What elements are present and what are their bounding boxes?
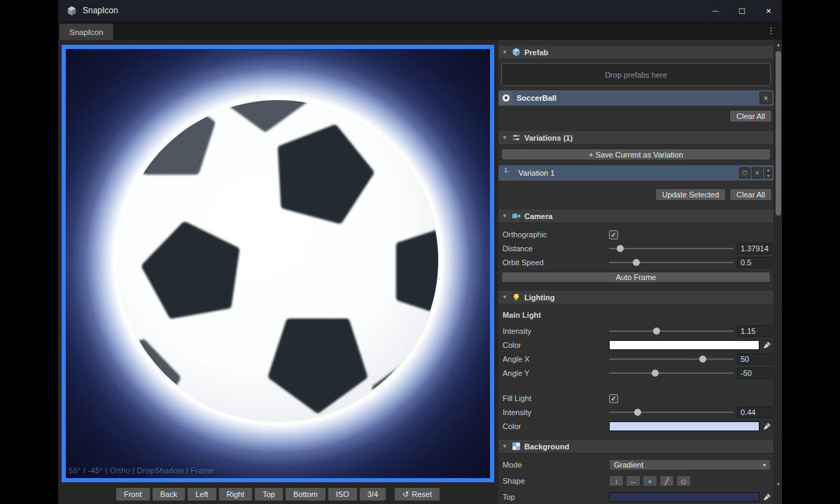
prefab-item-name: SoccerBall bbox=[517, 94, 755, 102]
lighting-section-header[interactable]: ▼ Lighting bbox=[498, 290, 774, 304]
orbit-speed-slider[interactable] bbox=[609, 257, 734, 268]
soccer-ball-render bbox=[66, 49, 490, 478]
minimize-button[interactable]: ─ bbox=[702, 0, 729, 21]
fill-color-swatch[interactable] bbox=[609, 421, 760, 431]
angle-x-label: Angle X bbox=[503, 355, 609, 363]
shape-radial-button[interactable]: ● bbox=[643, 475, 657, 486]
main-intensity-label: Intensity bbox=[503, 327, 609, 335]
titlebar: SnapIcon ─ □ × bbox=[58, 0, 782, 21]
view-top-button[interactable]: Top bbox=[254, 487, 284, 501]
mode-dropdown[interactable]: Gradient ▾ bbox=[609, 459, 771, 470]
angle-y-slider[interactable] bbox=[609, 368, 734, 379]
prefab-section-header[interactable]: ▼ Prefab bbox=[498, 45, 774, 59]
background-section-header[interactable]: ▼ Background bbox=[498, 439, 774, 454]
slider-thumb[interactable] bbox=[634, 409, 641, 416]
shape-horizontal-button[interactable]: ↔ bbox=[626, 475, 640, 486]
close-button[interactable]: × bbox=[755, 0, 782, 21]
window-title: SnapIcon bbox=[83, 6, 118, 15]
view-iso-button[interactable]: ISO bbox=[328, 487, 358, 501]
main-intensity-slider[interactable] bbox=[609, 326, 734, 337]
foldout-icon: ▼ bbox=[502, 443, 508, 449]
auto-frame-button[interactable]: Auto Frame bbox=[501, 272, 771, 283]
view-three-quarter-button[interactable]: 3/4 bbox=[359, 487, 386, 501]
foldout-icon: ▼ bbox=[502, 49, 508, 55]
tab-bar: SnapIcon ⋮ bbox=[58, 21, 782, 40]
slider-thumb[interactable] bbox=[633, 259, 640, 266]
variations-section-header[interactable]: ▼ Variations (1) bbox=[498, 130, 774, 145]
update-selected-button[interactable]: Update Selected bbox=[655, 188, 726, 201]
preview-viewport[interactable]: 55° / -45° | Ortho | DropShadow | Frame bbox=[66, 49, 490, 478]
variation-remove-button[interactable]: × bbox=[752, 167, 763, 178]
variation-reorder-spinners: ▴ ▾ bbox=[764, 167, 772, 178]
inspector-panel: ▼ Prefab Drop prefabs here SoccerBall × … bbox=[498, 40, 774, 504]
angle-y-label: Angle Y bbox=[503, 369, 609, 377]
variation-preview-button[interactable]: □ bbox=[739, 167, 750, 178]
preview-frame: 55° / -45° | Ortho | DropShadow | Frame bbox=[62, 45, 494, 482]
main-intensity-value-field[interactable]: 1.15 bbox=[737, 326, 772, 337]
reorder-up-icon[interactable]: ▴ bbox=[764, 167, 772, 173]
save-variation-button[interactable]: + Save Current as Variation bbox=[501, 148, 771, 160]
eyedropper-icon[interactable] bbox=[762, 340, 772, 351]
prefab-header-label: Prefab bbox=[524, 48, 548, 57]
prefab-cube-icon bbox=[512, 48, 521, 57]
orbit-speed-label: Orbit Speed bbox=[503, 258, 609, 267]
lighting-header-label: Lighting bbox=[524, 293, 554, 302]
inspector-scrollbar[interactable]: ▲ ▼ bbox=[774, 40, 782, 504]
tab-snapicon[interactable]: SnapIcon bbox=[59, 24, 113, 40]
foldout-icon: ▼ bbox=[502, 213, 508, 219]
view-back-button[interactable]: Back bbox=[152, 487, 186, 501]
angle-y-value-field[interactable]: -50 bbox=[737, 368, 772, 379]
angle-x-value-field[interactable]: 50 bbox=[737, 354, 772, 365]
reorder-down-icon[interactable]: ▾ bbox=[764, 173, 772, 178]
fill-light-checkbox[interactable]: ✓ bbox=[609, 394, 618, 403]
orthographic-checkbox[interactable]: ✓ bbox=[609, 230, 618, 239]
scrollbar-down-icon[interactable]: ▼ bbox=[774, 480, 783, 489]
variation-name: Variation 1 bbox=[519, 169, 738, 177]
view-reset-button[interactable]: ↺ Reset bbox=[394, 487, 440, 501]
variations-clear-all-button[interactable]: Clear All bbox=[729, 188, 772, 201]
variation-index: 1. bbox=[504, 167, 510, 174]
orthographic-label: Orthographic bbox=[503, 230, 609, 239]
distance-value-field[interactable]: 1.37914 bbox=[737, 243, 772, 254]
mode-label: Mode bbox=[503, 461, 609, 469]
view-front-button[interactable]: Front bbox=[115, 487, 150, 501]
main-color-swatch[interactable] bbox=[609, 340, 760, 350]
fill-intensity-value-field[interactable]: 0.44 bbox=[737, 407, 772, 418]
variations-slider-icon bbox=[512, 133, 521, 142]
eyedropper-icon[interactable] bbox=[762, 492, 772, 503]
shape-diamond-button[interactable]: ◇ bbox=[676, 475, 691, 486]
camera-section-header[interactable]: ▼ Camera bbox=[498, 209, 774, 223]
foldout-icon: ▼ bbox=[502, 134, 508, 141]
prefab-item-row[interactable]: SoccerBall × bbox=[498, 90, 774, 106]
variation-item-row[interactable]: 1. Variation 1 □ × ▴ ▾ bbox=[498, 165, 774, 181]
prefab-remove-button[interactable]: × bbox=[760, 92, 772, 104]
slider-thumb[interactable] bbox=[617, 245, 624, 252]
eyedropper-icon[interactable] bbox=[762, 421, 772, 432]
scrollbar-thumb[interactable] bbox=[776, 51, 781, 216]
scrollbar-up-icon[interactable]: ▲ bbox=[774, 41, 783, 49]
fill-intensity-label: Intensity bbox=[503, 408, 609, 416]
tab-menu-icon[interactable]: ⋮ bbox=[766, 25, 776, 36]
view-left-button[interactable]: Left bbox=[187, 487, 216, 501]
reset-icon: ↺ bbox=[402, 490, 409, 499]
angle-x-slider[interactable] bbox=[609, 354, 734, 365]
maximize-button[interactable]: □ bbox=[729, 0, 755, 21]
shape-vertical-button[interactable]: ↕ bbox=[609, 475, 624, 486]
fill-color-label: Color bbox=[503, 422, 609, 430]
lightbulb-icon bbox=[512, 293, 521, 302]
view-button-bar: Front Back Left Right Top Bottom ISO 3/4… bbox=[62, 487, 494, 501]
prefab-clear-all-button[interactable]: Clear All bbox=[729, 110, 772, 122]
background-texture-icon bbox=[512, 442, 521, 451]
shape-diagonal-button[interactable]: ╱ bbox=[659, 475, 674, 486]
prefab-dropzone[interactable]: Drop prefabs here bbox=[501, 63, 771, 86]
view-bottom-button[interactable]: Bottom bbox=[285, 487, 326, 501]
distance-slider[interactable] bbox=[609, 243, 734, 254]
slider-thumb[interactable] bbox=[653, 328, 660, 335]
slider-thumb[interactable] bbox=[652, 370, 659, 377]
view-right-button[interactable]: Right bbox=[218, 487, 253, 501]
main-color-label: Color bbox=[503, 341, 609, 349]
top-color-swatch[interactable] bbox=[609, 492, 760, 502]
fill-intensity-slider[interactable] bbox=[609, 407, 734, 418]
slider-thumb[interactable] bbox=[699, 356, 706, 363]
orbit-speed-value-field[interactable]: 0.5 bbox=[737, 257, 772, 268]
